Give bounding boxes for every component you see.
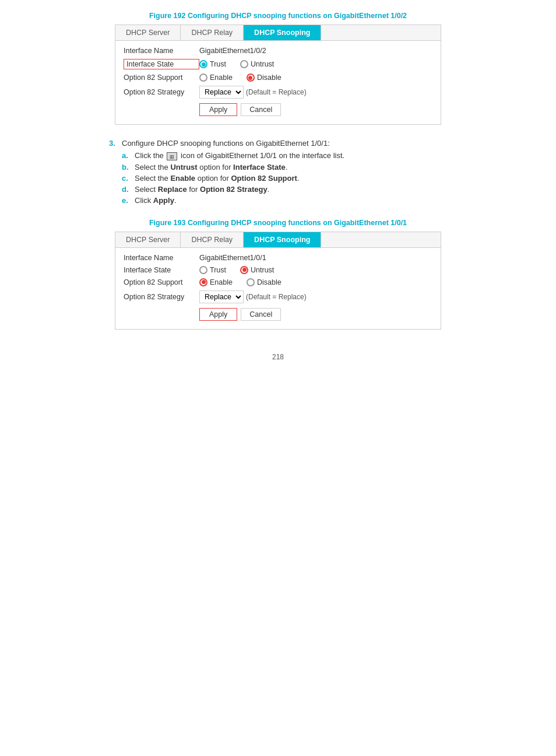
substep-e-text: Click Apply.: [135, 196, 177, 205]
disable-radio-2[interactable]: [247, 278, 255, 286]
enable-bold: Enable: [170, 174, 195, 183]
figure192-body: Interface Name GigabitEthernet1/0/2 Inte…: [115, 41, 441, 124]
substep-b: b. Select the Untrust option for Interfa…: [122, 163, 453, 172]
interface-state-row-1: Interface State Trust Untrust: [124, 59, 432, 69]
trust-option-1[interactable]: Trust: [199, 60, 226, 68]
trust-radio-2[interactable]: [199, 266, 207, 274]
trust-radio-1[interactable]: [199, 60, 207, 68]
substep-b-text: Select the Untrust option for Interface …: [135, 163, 287, 172]
step3-number: 3.: [109, 139, 122, 148]
tab-dhcp-server-2[interactable]: DHCP Server: [115, 232, 181, 247]
disable-option-1[interactable]: Disable: [247, 74, 281, 82]
untrust-radio-2[interactable]: [240, 266, 248, 274]
option82-strategy-label-1: Option 82 Strategy: [124, 88, 199, 96]
untrust-label-1: Untrust: [251, 60, 274, 68]
tab-dhcp-snooping-1[interactable]: DHCP Snooping: [244, 25, 321, 40]
figure193-panel: DHCP Server DHCP Relay DHCP Snooping Int…: [115, 232, 441, 330]
interface-name-value-2: GigabitEthernet1/0/1: [199, 254, 266, 262]
tab-dhcp-server-1[interactable]: DHCP Server: [115, 25, 181, 40]
option82-support-label-1: Option 82 Support: [124, 74, 199, 82]
figure192-title: Figure 192 Configuring DHCP snooping fun…: [23, 12, 533, 20]
substep-b-label: b.: [122, 163, 135, 172]
untrust-bold: Untrust: [170, 163, 197, 172]
interface-name-row-2: Interface Name GigabitEthernet1/0/1: [124, 254, 432, 262]
substep-d: d. Select Replace for Option 82 Strategy…: [122, 185, 453, 194]
apply-button-2[interactable]: Apply: [199, 308, 237, 321]
step3-text: Configure DHCP snooping functions on Gig…: [122, 139, 330, 148]
trust-label-1: Trust: [210, 60, 226, 68]
substep-a: a. Click the ⊞ icon of GigabitEthernet 1…: [122, 151, 453, 160]
substep-a-label: a.: [122, 151, 135, 160]
substep-d-text: Select Replace for Option 82 Strategy.: [135, 185, 269, 194]
enable-label-1: Enable: [210, 74, 233, 82]
substep-c-label: c.: [122, 174, 135, 183]
cancel-button-2[interactable]: Cancel: [241, 308, 281, 321]
interface-state-row-2: Interface State Trust Untrust: [124, 266, 432, 274]
interface-state-radios-2: Trust Untrust: [199, 266, 274, 274]
interface-state-label-2: Interface State: [124, 266, 199, 274]
page-number: 218: [23, 353, 533, 361]
untrust-radio-1[interactable]: [240, 60, 248, 68]
option82-support-row-2: Option 82 Support Enable Disable: [124, 278, 432, 286]
disable-label-2: Disable: [257, 278, 281, 286]
replace-bold: Replace: [158, 185, 187, 194]
substep-e-label: e.: [122, 196, 135, 205]
untrust-option-1[interactable]: Untrust: [240, 60, 274, 68]
substep-e: e. Click Apply.: [122, 196, 453, 205]
figure192-tab-bar: DHCP Server DHCP Relay DHCP Snooping: [115, 25, 441, 41]
untrust-option-2[interactable]: Untrust: [240, 266, 274, 274]
option82-strategy-label-2: Option 82 Strategy: [124, 293, 199, 301]
figure192-panel: DHCP Server DHCP Relay DHCP Snooping Int…: [115, 24, 441, 125]
interface-name-value-1: GigabitEthernet1/0/2: [199, 47, 266, 55]
enable-option-1[interactable]: Enable: [199, 74, 233, 82]
substep-c-text: Select the Enable option for Option 82 S…: [135, 174, 300, 183]
substep-d-label: d.: [122, 185, 135, 194]
option82-support-radios-1: Enable Disable: [199, 74, 281, 82]
step3-row: 3. Configure DHCP snooping functions on …: [109, 139, 453, 148]
step3-section: 3. Configure DHCP snooping functions on …: [103, 139, 453, 205]
option82-strategy-select-2[interactable]: Replace: [199, 290, 244, 303]
apply-button-1[interactable]: Apply: [199, 103, 237, 116]
disable-radio-1[interactable]: [247, 74, 255, 82]
tab-dhcp-relay-2[interactable]: DHCP Relay: [181, 232, 244, 247]
disable-label-1: Disable: [257, 74, 281, 82]
tab-dhcp-snooping-2[interactable]: DHCP Snooping: [244, 232, 321, 247]
figure193-body: Interface Name GigabitEthernet1/0/1 Inte…: [115, 248, 441, 329]
interface-state-radios-1: Trust Untrust: [199, 60, 274, 68]
option82-support-label-2: Option 82 Support: [124, 278, 199, 286]
apply-bold: Apply: [153, 196, 174, 205]
option82-strategy-bold: Option 82 Strategy: [200, 185, 268, 194]
enable-option-2[interactable]: Enable: [199, 278, 233, 286]
interface-name-label-1: Interface Name: [124, 47, 199, 55]
option82-strategy-row-2: Option 82 Strategy Replace (Default = Re…: [124, 290, 432, 303]
network-icon: ⊞: [167, 152, 177, 160]
option82-support-row-1: Option 82 Support Enable Disable: [124, 74, 432, 82]
enable-radio-2[interactable]: [199, 278, 207, 286]
button-row-2: Apply Cancel: [199, 308, 432, 321]
figure193-tab-bar: DHCP Server DHCP Relay DHCP Snooping: [115, 232, 441, 248]
option82-support-bold: Option 82 Support: [231, 174, 297, 183]
sub-steps: a. Click the ⊞ icon of GigabitEthernet 1…: [122, 151, 453, 205]
interface-name-label-2: Interface Name: [124, 254, 199, 262]
trust-option-2[interactable]: Trust: [199, 266, 226, 274]
untrust-label-2: Untrust: [251, 266, 274, 274]
interface-name-row-1: Interface Name GigabitEthernet1/0/2: [124, 47, 432, 55]
interface-state-label-1: Interface State: [124, 59, 199, 69]
option82-support-radios-2: Enable Disable: [199, 278, 281, 286]
option82-strategy-row-1: Option 82 Strategy Replace (Default = Re…: [124, 86, 432, 99]
default-text-1: (Default = Replace): [246, 88, 307, 96]
button-row-1: Apply Cancel: [199, 103, 432, 116]
substep-a-text: Click the ⊞ icon of GigabitEthernet 1/0/…: [135, 151, 344, 160]
enable-radio-1[interactable]: [199, 74, 207, 82]
figure193-title: Figure 193 Configuring DHCP snooping fun…: [23, 219, 533, 227]
disable-option-2[interactable]: Disable: [247, 278, 281, 286]
interface-state-bold: Interface State: [233, 163, 286, 172]
tab-dhcp-relay-1[interactable]: DHCP Relay: [181, 25, 244, 40]
trust-label-2: Trust: [210, 266, 226, 274]
cancel-button-1[interactable]: Cancel: [241, 103, 281, 116]
enable-label-2: Enable: [210, 278, 233, 286]
substep-c: c. Select the Enable option for Option 8…: [122, 174, 453, 183]
option82-strategy-select-1[interactable]: Replace: [199, 86, 244, 99]
default-text-2: (Default = Replace): [246, 293, 307, 301]
